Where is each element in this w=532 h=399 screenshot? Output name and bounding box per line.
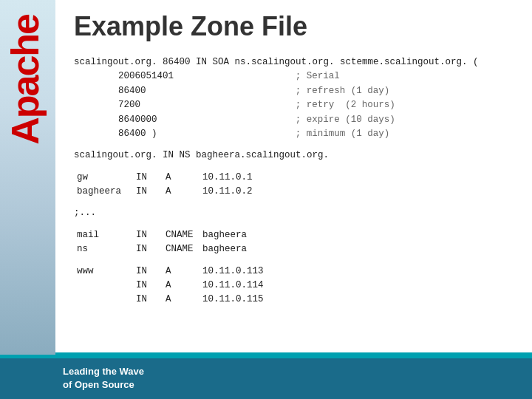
table-row: IN A 10.11.0.115 <box>74 293 517 307</box>
table-row: 2006051401 ; Serial <box>74 69 517 83</box>
gw-rtype: A <box>163 171 200 185</box>
www-name-3 <box>74 293 133 307</box>
www-rtype-2: A <box>163 279 200 293</box>
soa-minimum-value: 86400 ) <box>74 127 293 141</box>
zone-file-content: scalingout.org. 86400 IN SOA ns.scalingo… <box>74 55 517 307</box>
ns-name: ns <box>74 242 133 256</box>
apache-text: Apache <box>6 15 44 145</box>
table-row: ns IN CNAME bagheera <box>74 242 517 256</box>
ns-record: scalingout.org. IN NS bagheera.scalingou… <box>74 149 517 163</box>
ellipsis: ;... <box>74 206 517 220</box>
mail-value: bagheera <box>200 228 517 242</box>
www-rtype-1: A <box>163 265 200 279</box>
bottom-bar-text: Leading the Wave of Open Source <box>63 365 144 392</box>
bagheera-class: IN <box>133 185 163 199</box>
www-class-2: IN <box>133 279 163 293</box>
gw-name: gw <box>74 171 133 185</box>
apache-logo-column: Apache <box>0 0 55 355</box>
www-value-1: 10.11.0.113 <box>200 265 517 279</box>
mail-rtype: CNAME <box>163 228 200 242</box>
soa-refresh-value: 86400 <box>74 84 293 98</box>
www-rtype-3: A <box>163 293 200 307</box>
bagheera-rtype: A <box>163 185 200 199</box>
soa-serial-value: 2006051401 <box>74 69 293 83</box>
table-row: 8640000 ; expire (10 days) <box>74 113 517 127</box>
www-name: www <box>74 265 133 279</box>
table-row: 86400 ) ; minimum (1 day) <box>74 127 517 141</box>
table-row: 7200 ; retry (2 hours) <box>74 98 517 112</box>
soa-retry-value: 7200 <box>74 98 293 112</box>
bagheera-value: 10.11.0.2 <box>200 185 517 199</box>
main-content: Example Zone File scalingout.org. 86400 … <box>55 0 532 355</box>
tagline-line2: of Open Source <box>63 378 144 392</box>
table-row: 86400 ; refresh (1 day) <box>74 84 517 98</box>
ns-class: IN <box>133 242 163 256</box>
table-row: bagheera IN A 10.11.0.2 <box>74 185 517 199</box>
table-row: gw IN A 10.11.0.1 <box>74 171 517 185</box>
bottom-bar: Leading the Wave of Open Source <box>0 358 532 399</box>
www-value-3: 10.11.0.115 <box>200 293 517 307</box>
soa-minimum-comment: ; minimum (1 day) <box>293 127 517 141</box>
cname-records-table: mail IN CNAME bagheera ns IN CNAME baghe… <box>74 228 517 257</box>
soa-serial-comment: ; Serial <box>293 69 517 83</box>
table-row: www IN A 10.11.0.113 <box>74 265 517 279</box>
www-class-3: IN <box>133 293 163 307</box>
slide-title: Example Zone File <box>74 11 517 42</box>
teal-accent-bar <box>0 352 532 358</box>
ns-rtype: CNAME <box>163 242 200 256</box>
bagheera-name: bagheera <box>74 185 133 199</box>
table-row: mail IN CNAME bagheera <box>74 228 517 242</box>
soa-params-table: 2006051401 ; Serial 86400 ; refresh (1 d… <box>74 69 517 141</box>
www-value-2: 10.11.0.114 <box>200 279 517 293</box>
soa-retry-comment: ; retry (2 hours) <box>293 98 517 112</box>
a-records-table: gw IN A 10.11.0.1 bagheera IN A 10.11.0.… <box>74 171 517 200</box>
www-records-table: www IN A 10.11.0.113 IN A 10.11.0.114 IN… <box>74 265 517 307</box>
tagline-line1: Leading the Wave <box>63 365 144 378</box>
soa-line: scalingout.org. 86400 IN SOA ns.scalingo… <box>74 55 517 69</box>
www-class-1: IN <box>133 265 163 279</box>
www-name-2 <box>74 279 133 293</box>
soa-expire-value: 8640000 <box>74 113 293 127</box>
mail-name: mail <box>74 228 133 242</box>
gw-class: IN <box>133 171 163 185</box>
table-row: IN A 10.11.0.114 <box>74 279 517 293</box>
gw-value: 10.11.0.1 <box>200 171 517 185</box>
soa-refresh-comment: ; refresh (1 day) <box>293 84 517 98</box>
ns-value: bagheera <box>200 242 517 256</box>
soa-expire-comment: ; expire (10 days) <box>293 113 517 127</box>
mail-class: IN <box>133 228 163 242</box>
